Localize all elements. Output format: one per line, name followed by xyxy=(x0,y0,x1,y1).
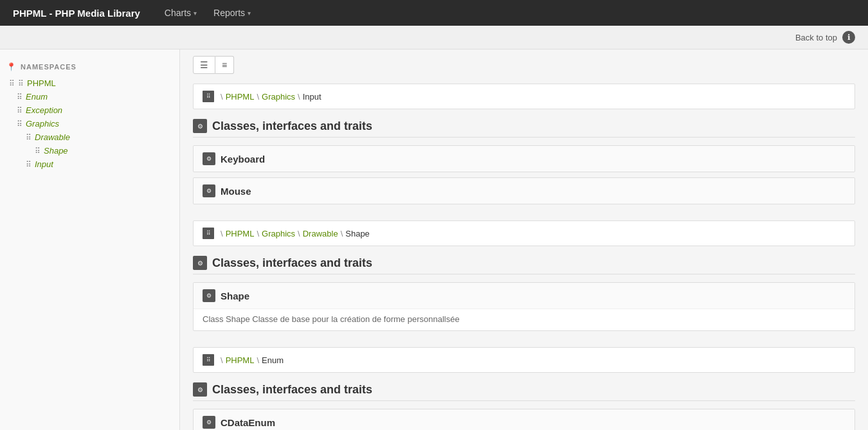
section-icon-input: ⚙ xyxy=(193,119,207,133)
sidebar-section-label: 📍 NAMESPACES xyxy=(6,62,173,71)
cdataenum-class-name[interactable]: CDataEnum xyxy=(221,417,275,428)
back-to-top-text: Back to top xyxy=(795,33,837,42)
reports-dropdown-arrow: ▾ xyxy=(248,10,251,17)
class-card-shape: ⚙ Shape Class Shape Classe de base pour … xyxy=(193,282,855,331)
breadcrumb-shape-current: Shape xyxy=(345,229,370,238)
breadcrumb-phpml-link[interactable]: PHPML xyxy=(226,92,255,102)
drawable-grid-icon xyxy=(26,134,32,141)
shape-class-desc: Class Shape Classe de base pour la créat… xyxy=(194,309,854,330)
sidebar-item-graphics[interactable]: Graphics xyxy=(6,117,173,130)
mouse-class-icon: ⚙ xyxy=(203,184,215,197)
navbar-brand: PHPML - PHP Media Library xyxy=(13,8,140,19)
breadcrumb-input-current: Input xyxy=(303,92,321,102)
breadcrumb-grid-icon2: ⠿ xyxy=(203,228,214,239)
section-input: ⠿ \ PHPML \ Graphics \ Input ⚙ Classes, … xyxy=(193,84,855,204)
view-list-button[interactable]: ☰ xyxy=(193,56,215,74)
section-title-input: Classes, interfaces and traits xyxy=(212,120,372,133)
page-layout: 📍 NAMESPACES PHPML Enum Exception xyxy=(0,49,868,430)
shape-class-name[interactable]: Shape xyxy=(221,291,249,301)
sidebar-item-exception[interactable]: Exception xyxy=(6,103,173,117)
breadcrumb-graphics-link2[interactable]: Graphics xyxy=(262,229,295,238)
breadcrumb-graphics-link[interactable]: Graphics xyxy=(262,92,295,102)
sidebar: 📍 NAMESPACES PHPML Enum Exception xyxy=(0,49,180,430)
breadcrumb-drawable-shape: ⠿ \ PHPML \ Graphics \ Drawable \ Shape xyxy=(193,220,855,246)
input-grid-icon xyxy=(26,161,32,168)
mouse-class-name[interactable]: Mouse xyxy=(221,186,251,197)
section-header-enum: ⚙ Classes, interfaces and traits xyxy=(193,382,855,401)
phpml-grid-icon2 xyxy=(18,80,24,87)
view-toggle: ☰ ≡ xyxy=(193,56,855,74)
sidebar-item-shape[interactable]: Shape xyxy=(6,144,173,157)
class-card-mouse: ⚙ Mouse xyxy=(193,177,855,204)
section-icon-enum: ⚙ xyxy=(193,382,207,397)
section-title-drawable: Classes, interfaces and traits xyxy=(212,256,372,270)
sidebar-item-enum[interactable]: Enum xyxy=(6,90,173,103)
main-content: ☰ ≡ ⠿ \ PHPML \ Graphics \ Input ⚙ Class… xyxy=(180,49,868,430)
navbar: PHPML - PHP Media Library Charts ▾ Repor… xyxy=(0,0,868,26)
breadcrumb-input: ⠿ \ PHPML \ Graphics \ Input xyxy=(193,84,855,109)
namespaces-pin-icon: 📍 xyxy=(6,62,17,71)
charts-dropdown-arrow: ▾ xyxy=(194,10,197,17)
breadcrumb-grid-icon: ⠿ xyxy=(203,91,214,102)
breadcrumb-phpml-link2[interactable]: PHPML xyxy=(226,229,255,238)
breadcrumb-grid-icon3: ⠿ xyxy=(203,354,214,366)
breadcrumb-enum: ⠿ \ PHPML \ Enum xyxy=(193,347,855,373)
back-to-top-button[interactable]: ℹ xyxy=(842,31,855,44)
navbar-nav: Charts ▾ Reports ▾ xyxy=(159,5,256,21)
keyboard-class-name[interactable]: Keyboard xyxy=(221,154,265,165)
class-card-cdataenum: ⚙ CDataEnum xyxy=(193,409,855,430)
phpml-grid-icon xyxy=(9,80,15,87)
keyboard-class-icon: ⚙ xyxy=(203,152,215,165)
sidebar-item-input[interactable]: Input xyxy=(6,157,173,171)
breadcrumb-phpml-link3[interactable]: PHPML xyxy=(226,355,255,365)
nav-item-charts[interactable]: Charts ▾ xyxy=(159,5,202,21)
sidebar-tree: PHPML Enum Exception Graphics Drawable xyxy=(6,76,173,171)
shape-class-icon: ⚙ xyxy=(203,289,215,302)
section-header-drawable: ⚙ Classes, interfaces and traits xyxy=(193,256,855,274)
breadcrumb-enum-current: Enum xyxy=(262,355,284,365)
shape-grid-icon xyxy=(35,147,41,155)
cdataenum-class-icon: ⚙ xyxy=(203,416,215,429)
back-to-top-bar: Back to top ℹ xyxy=(0,26,868,49)
sidebar-item-drawable[interactable]: Drawable xyxy=(6,130,173,144)
class-header-mouse: ⚙ Mouse xyxy=(194,178,854,204)
section-header-input: ⚙ Classes, interfaces and traits xyxy=(193,119,855,138)
section-title-enum: Classes, interfaces and traits xyxy=(212,383,372,397)
section-enum: ⠿ \ PHPML \ Enum ⚙ Classes, interfaces a… xyxy=(193,347,855,430)
breadcrumb-drawable-link[interactable]: Drawable xyxy=(303,229,338,238)
class-header-keyboard: ⚙ Keyboard xyxy=(194,146,854,172)
sidebar-item-phpml[interactable]: PHPML xyxy=(6,76,173,90)
view-grid-button[interactable]: ≡ xyxy=(215,56,234,74)
exception-grid-icon xyxy=(17,107,23,114)
section-icon-drawable: ⚙ xyxy=(193,256,207,270)
nav-item-reports[interactable]: Reports ▾ xyxy=(208,5,256,21)
class-card-keyboard: ⚙ Keyboard xyxy=(193,145,855,172)
section-drawable-shape: ⠿ \ PHPML \ Graphics \ Drawable \ Shape … xyxy=(193,220,855,331)
class-header-cdataenum: ⚙ CDataEnum xyxy=(194,409,854,430)
class-header-shape: ⚙ Shape xyxy=(194,283,854,309)
enum-grid-icon xyxy=(17,93,23,101)
graphics-grid-icon xyxy=(17,120,23,128)
